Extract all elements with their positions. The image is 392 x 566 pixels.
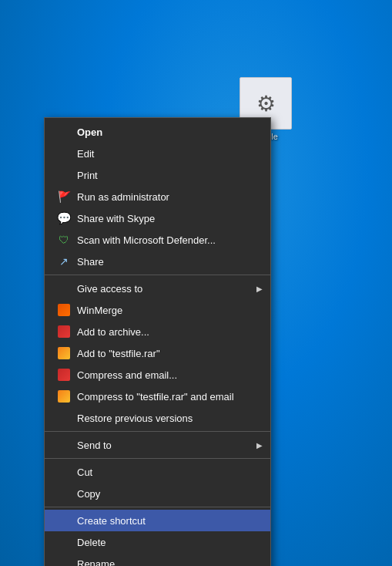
menu-label-run-as-admin: Run as administrator	[77, 191, 169, 203]
menu-label-compress-email: Compress and email...	[77, 369, 177, 381]
menu-label-print: Print	[77, 170, 98, 181]
menu-label-share-skype: Share with Skype	[77, 213, 155, 224]
separator-3	[45, 458, 270, 459]
give-access-arrow: ▶	[256, 285, 263, 293]
menu-item-restore-versions[interactable]: Restore previous versions	[45, 407, 270, 429]
send-to-icon	[57, 438, 71, 452]
menu-item-scan-defender[interactable]: 🛡 Scan with Microsoft Defender...	[45, 229, 270, 251]
menu-label-winmerge: WinMerge	[77, 305, 122, 316]
rar-icon-4	[57, 389, 71, 403]
cut-icon	[57, 465, 71, 479]
menu-label-add-archive: Add to archive...	[77, 326, 149, 338]
separator-1	[45, 275, 270, 275]
menu-label-give-access: Give access to	[77, 283, 142, 295]
menu-label-rename: Rename	[77, 558, 115, 567]
delete-icon	[57, 535, 71, 549]
menu-item-give-access[interactable]: Give access to ▶	[45, 278, 270, 299]
menu-label-delete: Delete	[77, 537, 106, 548]
menu-label-add-testfile-rar: Add to "testfile.rar"	[77, 348, 160, 359]
menu-label-share: Share	[77, 256, 104, 268]
menu-item-copy[interactable]: Copy	[45, 483, 270, 504]
skype-icon: 💬	[57, 211, 71, 225]
menu-item-create-shortcut[interactable]: Create shortcut	[45, 510, 270, 531]
menu-item-compress-testfile-email[interactable]: Compress to "testfile.rar" and email	[45, 386, 270, 407]
menu-item-cut[interactable]: Cut	[45, 461, 270, 483]
copy-icon	[57, 487, 71, 500]
menu-item-print[interactable]: Print	[45, 164, 270, 186]
share-icon: ↗	[57, 254, 71, 268]
menu-item-edit[interactable]: Edit	[45, 143, 270, 164]
menu-item-add-archive[interactable]: Add to archive...	[45, 321, 270, 342]
restore-icon	[57, 411, 71, 425]
flag-icon: 🚩	[57, 190, 71, 204]
menu-label-scan-defender: Scan with Microsoft Defender...	[77, 234, 216, 246]
defender-icon: 🛡	[57, 233, 71, 247]
menu-item-compress-email[interactable]: Compress and email...	[45, 364, 270, 386]
context-menu: Open Edit Print 🚩 Run as administrator 💬…	[44, 117, 271, 566]
menu-item-share[interactable]: ↗ Share	[45, 251, 270, 272]
menu-item-run-as-admin[interactable]: 🚩 Run as administrator	[45, 186, 270, 207]
menu-item-send-to[interactable]: Send to ▶	[45, 434, 270, 456]
menu-label-restore-versions: Restore previous versions	[77, 413, 193, 424]
separator-4	[45, 507, 270, 507]
menu-item-rename[interactable]: Rename	[45, 553, 270, 566]
menu-label-create-shortcut: Create shortcut	[77, 515, 146, 527]
send-to-arrow: ▶	[256, 441, 263, 450]
separator-2	[45, 431, 270, 432]
menu-label-cut: Cut	[77, 467, 92, 478]
edit-icon	[57, 147, 71, 160]
rar-icon-1	[57, 325, 71, 339]
menu-label-edit: Edit	[77, 148, 94, 160]
print-icon	[57, 168, 71, 182]
menu-label-copy: Copy	[77, 488, 100, 500]
create-shortcut-icon	[57, 514, 71, 527]
winmerge-icon	[57, 303, 71, 317]
menu-item-add-testfile-rar[interactable]: Add to "testfile.rar"	[45, 342, 270, 364]
menu-label-send-to: Send to	[77, 440, 112, 451]
rename-icon	[57, 557, 71, 566]
rar-icon-2	[57, 346, 71, 360]
rar-icon-3	[57, 368, 71, 382]
menu-item-share-skype[interactable]: 💬 Share with Skype	[45, 207, 270, 229]
give-access-icon	[57, 281, 71, 295]
menu-label-open: Open	[77, 126, 102, 138]
menu-item-open[interactable]: Open	[45, 121, 270, 143]
menu-item-winmerge[interactable]: WinMerge	[45, 299, 270, 321]
open-icon	[57, 125, 71, 139]
menu-label-compress-testfile-email: Compress to "testfile.rar" and email	[77, 391, 234, 403]
menu-item-delete[interactable]: Delete	[45, 531, 270, 553]
